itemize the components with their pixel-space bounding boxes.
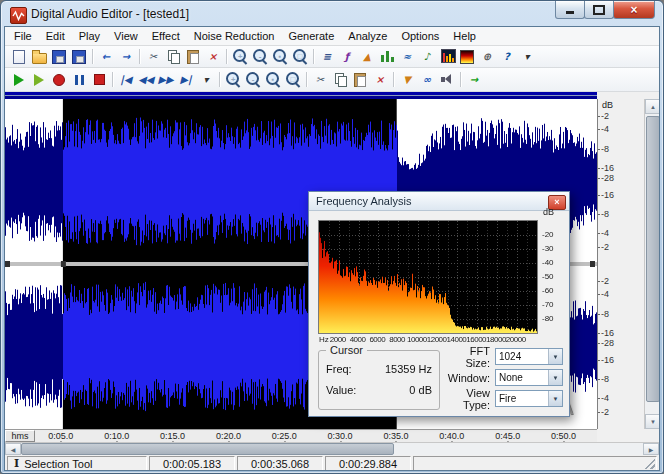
window-combo[interactable]: None ▼ (495, 369, 563, 386)
go-to-end-button[interactable]: ▶| (176, 70, 196, 90)
help-button[interactable]: ? (497, 47, 517, 67)
mix-button[interactable]: ≡ (317, 47, 337, 67)
toolbar-separator[interactable] (390, 70, 397, 90)
pause-button[interactable] (69, 70, 89, 90)
zoom-to-selection-button[interactable]: ▪ (263, 70, 283, 90)
close-button[interactable]: × (613, 1, 655, 19)
paste-icon (352, 71, 369, 88)
fft-size-combo[interactable]: 1024 ▼ (495, 348, 563, 365)
stop-button[interactable] (89, 70, 109, 90)
toolbar-separator[interactable] (457, 70, 464, 90)
scroll-up-button[interactable]: ▲ (645, 99, 659, 114)
toolbar-separator[interactable] (109, 70, 116, 90)
effects-button[interactable]: ƒ (337, 47, 357, 67)
time-ruler[interactable]: hms 0:05.00:10.00:15.00:20.00:25.00:30.0… (5, 429, 597, 442)
view-type-combo[interactable]: Fire ▼ (495, 390, 563, 407)
new-file-button[interactable] (9, 47, 29, 67)
cut-selection-button[interactable]: ✂ (310, 70, 330, 90)
paste-insert-button[interactable] (350, 70, 370, 90)
delete-button[interactable]: × (203, 47, 223, 67)
time-tick: 0:30.0 (328, 431, 353, 441)
scroll-down-button[interactable]: ▼ (645, 414, 659, 429)
dialog-title-bar[interactable]: Frequency Analysis × (309, 192, 569, 211)
overview-seek-bar[interactable] (5, 92, 597, 99)
cut-button[interactable]: ✂ (143, 47, 163, 67)
redo-button[interactable]: → (116, 47, 136, 67)
toolbar-separator[interactable] (89, 47, 96, 67)
zoom-selection-button[interactable]: ▪ (270, 47, 290, 67)
zoom-in-wave-button[interactable]: + (223, 70, 243, 90)
menu-generate[interactable]: Generate (281, 28, 341, 44)
amplify-button[interactable]: ▲ (357, 47, 377, 67)
dropdown-arrow-icon[interactable]: ▼ (548, 391, 562, 406)
rewind-button[interactable]: ◀◀ (136, 70, 156, 90)
options-button[interactable]: ⊕ (477, 47, 497, 67)
level-ruler[interactable]: dB -2-4-8-16-28-16-8-4-2 -2-4-8-16-28-16… (597, 99, 644, 429)
level-tick: -4 (601, 124, 609, 134)
generate-tone-button[interactable]: ♪ (417, 47, 437, 67)
toolbar-separator[interactable] (310, 47, 317, 67)
scroll-left-button[interactable]: ◀ (5, 443, 21, 455)
spectrum-display[interactable] (319, 221, 537, 333)
play-selection-button[interactable] (29, 70, 49, 90)
dropdown-arrow-icon[interactable]: ▼ (548, 349, 562, 364)
delete-selection-button[interactable]: × (370, 70, 390, 90)
maximize-button[interactable] (584, 1, 614, 19)
paste-button[interactable] (183, 47, 203, 67)
go-to-start-icon: |◀ (118, 71, 135, 88)
go-button[interactable]: → (464, 70, 484, 90)
spectrum-plot[interactable] (318, 220, 538, 334)
menu-effect[interactable]: Effect (145, 28, 187, 44)
new-file-icon (11, 48, 28, 65)
toolbar-separator[interactable] (136, 47, 143, 67)
add-marker-button[interactable]: ▼ (397, 70, 417, 90)
toolbar-separator[interactable] (303, 70, 310, 90)
toolbar-separator[interactable] (223, 47, 230, 67)
spectrogram-button[interactable] (457, 47, 477, 67)
menu-file[interactable]: File (7, 28, 39, 44)
scroll-right-button[interactable]: ▶ (643, 443, 659, 455)
horizontal-scroll-thumb[interactable] (21, 443, 394, 455)
zoom-out-button[interactable]: - (250, 47, 270, 67)
time-ticks: 0:05.00:10.00:15.00:20.00:25.00:30.00:35… (5, 430, 597, 442)
save-all-button[interactable] (69, 47, 89, 67)
menu-edit[interactable]: Edit (39, 28, 72, 44)
separator (112, 72, 113, 87)
horizontal-scroll-track[interactable] (21, 443, 643, 455)
marker-icon: ▼ (399, 71, 416, 88)
spectrogram-icon (459, 48, 476, 65)
zoom-full-button[interactable]: □ (290, 47, 310, 67)
record-button[interactable] (49, 70, 69, 90)
menu-options[interactable]: Options (394, 28, 446, 44)
vertical-scroll-thumb[interactable] (646, 116, 659, 402)
menu-view[interactable]: View (107, 28, 145, 44)
minimize-button[interactable] (555, 1, 585, 19)
playback-options-button[interactable]: ▾ (196, 70, 216, 90)
menu-analyze[interactable]: Analyze (341, 28, 394, 44)
noise-reduction-button[interactable]: ≈ (397, 47, 417, 67)
copy-selection-button[interactable] (330, 70, 350, 90)
menu-noise-reduction[interactable]: Noise Reduction (187, 28, 282, 44)
undo-button[interactable]: ← (96, 47, 116, 67)
vertical-scrollbar[interactable]: ▲ ▼ (644, 99, 659, 429)
open-file-button[interactable] (29, 47, 49, 67)
volume-button[interactable] (437, 70, 457, 90)
more-tools-button[interactable]: ▾ (517, 47, 537, 67)
dropdown-arrow-icon[interactable]: ▼ (548, 370, 562, 385)
frequency-analysis-button[interactable] (437, 47, 457, 67)
zoom-all-button[interactable]: □ (283, 70, 303, 90)
zoom-out-wave-button[interactable]: - (243, 70, 263, 90)
menu-help[interactable]: Help (446, 28, 483, 44)
go-to-start-button[interactable]: |◀ (116, 70, 136, 90)
play-button[interactable] (9, 70, 29, 90)
copy-button[interactable] (163, 47, 183, 67)
horizontal-scrollbar[interactable]: ◀ ▶ (5, 442, 659, 455)
loop-button[interactable]: ∞ (417, 70, 437, 90)
forward-button[interactable]: ▶▶ (156, 70, 176, 90)
menu-play[interactable]: Play (72, 28, 107, 44)
title-bar[interactable]: Digital Audio Editor - [tested1] × (1, 1, 663, 27)
save-file-button[interactable] (49, 47, 69, 67)
zoom-in-button[interactable]: + (230, 47, 250, 67)
equalizer-button[interactable] (377, 47, 397, 67)
toolbar-separator[interactable] (216, 70, 223, 90)
